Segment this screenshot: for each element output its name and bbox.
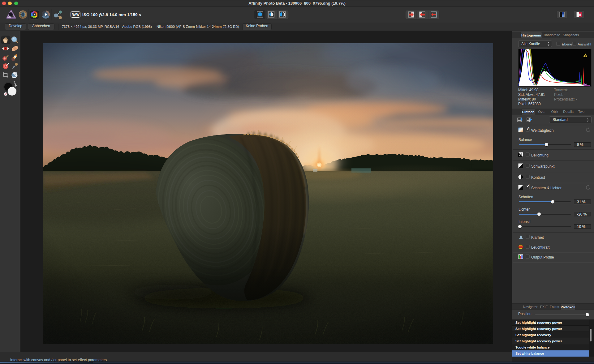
svg-text:RAW: RAW [71, 13, 80, 16]
svg-text:ISO 100 ƒ/2.8 14.0 mm 1/159 s: ISO 100 ƒ/2.8 14.0 mm 1/159 s [82, 12, 141, 17]
